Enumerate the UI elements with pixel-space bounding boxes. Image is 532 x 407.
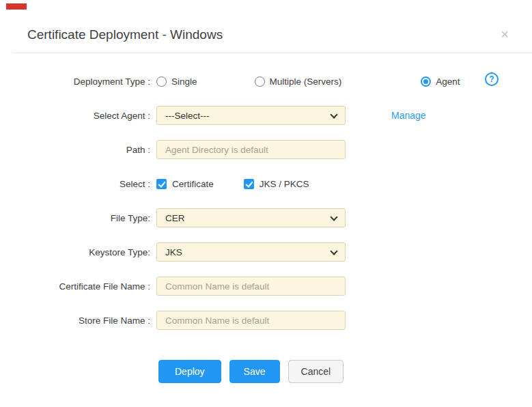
deployment-type-label: Deployment Type : bbox=[0, 76, 150, 87]
save-button[interactable]: Save bbox=[229, 360, 280, 383]
radio-option-single[interactable]: Single bbox=[156, 76, 197, 87]
path-input[interactable] bbox=[156, 140, 346, 159]
certificate-file-name-label: Certificate File Name : bbox=[0, 281, 150, 292]
select-outputs-row: Select : Certificate JKS / PKCS bbox=[0, 167, 532, 201]
keystore-type-row: Keystore Type: JKS bbox=[0, 235, 532, 269]
file-type-row: File Type: CER bbox=[0, 201, 532, 235]
select-agent-control: ---Select--- Manage bbox=[156, 106, 426, 125]
select-agent-row: Select Agent : ---Select--- Manage bbox=[0, 98, 532, 132]
modal-title: Certificate Deployment - Windows bbox=[27, 27, 505, 42]
checkbox-option-certificate[interactable]: Certificate bbox=[156, 179, 214, 189]
deployment-type-radio-group: Single Multiple (Servers) Agent bbox=[156, 76, 460, 87]
store-file-name-control bbox=[156, 311, 346, 330]
deploy-button[interactable]: Deploy bbox=[158, 360, 221, 383]
radio-label-agent: Agent bbox=[436, 76, 460, 87]
help-icon[interactable]: ? bbox=[485, 72, 499, 86]
certificate-deployment-modal: Certificate Deployment - Windows × Deplo… bbox=[0, 0, 532, 407]
store-file-name-label: Store File Name : bbox=[0, 315, 150, 326]
keystore-type-dropdown-wrap: JKS bbox=[156, 242, 346, 262]
select-outputs-control: Certificate JKS / PKCS bbox=[156, 179, 326, 189]
keystore-type-dropdown[interactable]: JKS bbox=[156, 242, 346, 262]
close-icon[interactable]: × bbox=[501, 27, 509, 41]
cancel-button[interactable]: Cancel bbox=[288, 360, 344, 383]
path-control bbox=[156, 140, 346, 159]
file-type-dropdown-wrap: CER bbox=[156, 208, 346, 227]
checkbox-checked-icon-certificate[interactable] bbox=[156, 179, 167, 189]
checkbox-option-jks-pkcs[interactable]: JKS / PKCS bbox=[230, 179, 309, 189]
store-file-name-row: Store File Name : bbox=[0, 303, 532, 337]
certificate-file-name-row: Certificate File Name : bbox=[0, 269, 532, 303]
file-type-control: CER bbox=[156, 208, 346, 227]
radio-icon-multiple-servers[interactable] bbox=[255, 76, 265, 87]
radio-label-multiple-servers: Multiple (Servers) bbox=[270, 76, 342, 87]
radio-icon-single[interactable] bbox=[156, 76, 167, 87]
radio-label-single: Single bbox=[171, 76, 197, 87]
checkbox-label-jks-pkcs: JKS / PKCS bbox=[260, 179, 309, 189]
deployment-type-row: Deployment Type : Single Multiple (Serve… bbox=[0, 64, 532, 98]
store-file-name-input[interactable] bbox=[156, 311, 346, 330]
select-outputs-label: Select : bbox=[0, 179, 150, 189]
file-type-dropdown[interactable]: CER bbox=[156, 208, 346, 227]
checkbox-checked-icon-jks-pkcs[interactable] bbox=[244, 179, 254, 189]
certificate-file-name-input[interactable] bbox=[156, 277, 346, 296]
path-label: Path : bbox=[0, 145, 150, 155]
file-type-label: File Type: bbox=[0, 213, 150, 223]
path-row: Path : bbox=[0, 132, 532, 167]
select-agent-label: Select Agent : bbox=[0, 111, 150, 121]
select-agent-dropdown-wrap: ---Select--- bbox=[156, 106, 346, 125]
button-row: Deploy Save Cancel bbox=[0, 360, 532, 383]
certificate-file-name-control bbox=[156, 277, 346, 296]
manage-link[interactable]: Manage bbox=[391, 110, 426, 121]
modal-body: Deployment Type : Single Multiple (Serve… bbox=[0, 53, 532, 383]
keystore-type-label: Keystore Type: bbox=[0, 247, 150, 257]
radio-option-agent[interactable]: Agent bbox=[358, 76, 460, 87]
keystore-type-control: JKS bbox=[156, 242, 346, 262]
checkbox-label-certificate: Certificate bbox=[172, 179, 214, 189]
select-agent-dropdown[interactable]: ---Select--- bbox=[156, 106, 346, 125]
radio-icon-agent-selected[interactable] bbox=[421, 76, 431, 87]
top-left-red-marker bbox=[6, 3, 27, 10]
modal-header: Certificate Deployment - Windows × bbox=[0, 0, 532, 42]
radio-option-multiple-servers[interactable]: Multiple (Servers) bbox=[214, 76, 342, 87]
